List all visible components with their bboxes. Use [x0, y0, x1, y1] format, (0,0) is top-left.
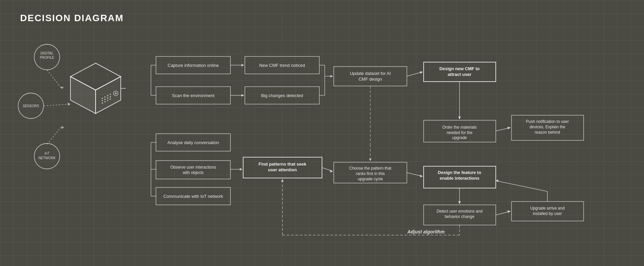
svg-marker-93 [330, 75, 333, 78]
svg-text:ranks first in this: ranks first in this [356, 171, 385, 176]
svg-point-17 [102, 98, 103, 99]
svg-text:NETWORK: NETWORK [38, 156, 56, 160]
svg-point-18 [104, 96, 106, 98]
svg-rect-51 [334, 66, 407, 86]
svg-text:IoT: IoT [45, 151, 50, 155]
svg-marker-121 [496, 179, 498, 182]
svg-text:Push notification to user: Push notification to user [526, 119, 569, 124]
svg-point-28 [110, 98, 111, 100]
svg-marker-86 [241, 64, 244, 66]
svg-text:devices, Explain the: devices, Explain the [530, 125, 566, 129]
svg-marker-15 [70, 77, 96, 114]
svg-text:SENSORS: SENSORS [23, 104, 39, 108]
svg-marker-99 [330, 170, 333, 173]
svg-point-19 [107, 95, 108, 96]
svg-point-30 [115, 92, 117, 94]
svg-point-23 [107, 97, 108, 99]
svg-text:Observe user interactions: Observe user interactions [170, 165, 216, 170]
svg-point-24 [110, 96, 111, 97]
svg-text:upgrade cycle: upgrade cycle [358, 177, 383, 181]
svg-text:Design new CMF to: Design new CMF to [439, 66, 480, 71]
svg-point-21 [102, 100, 103, 101]
svg-point-26 [104, 101, 106, 102]
device-svg [65, 60, 126, 124]
svg-line-120 [496, 181, 547, 191]
svg-point-22 [104, 99, 106, 100]
svg-line-8 [47, 70, 62, 89]
svg-text:reason behind: reason behind [535, 130, 560, 135]
svg-line-12 [47, 126, 62, 144]
svg-marker-107 [458, 201, 461, 204]
svg-marker-88 [241, 94, 244, 97]
diagram-svg: Capture information online Scan the envi… [124, 30, 631, 252]
svg-text:Big changes detected: Big changes detected [261, 93, 303, 98]
svg-text:Analyse daily conversation: Analyse daily conversation [167, 140, 219, 145]
svg-text:enable interactions: enable interactions [440, 176, 479, 181]
svg-marker-113 [281, 179, 284, 182]
svg-point-27 [107, 100, 108, 101]
svg-rect-39 [156, 161, 230, 179]
svg-text:upgrade: upgrade [452, 135, 467, 140]
svg-text:installed by user: installed by user [533, 211, 562, 216]
svg-text:Order the materials: Order the materials [442, 125, 477, 130]
svg-marker-95 [420, 71, 423, 74]
svg-text:Choose the pattern that: Choose the pattern that [349, 166, 391, 171]
svg-line-94 [407, 72, 423, 76]
svg-text:behavior change: behavior change [445, 214, 475, 219]
svg-text:CMF design: CMF design [359, 77, 382, 82]
svg-text:Detect user emotions and: Detect user emotions and [437, 209, 483, 214]
svg-text:with objects: with objects [182, 170, 204, 175]
svg-text:Communicate with IoT network: Communicate with IoT network [163, 194, 223, 199]
svg-text:Update dataset for AI: Update dataset for AI [350, 71, 391, 76]
svg-text:Find patterns that seek: Find patterns that seek [259, 162, 307, 167]
svg-point-25 [102, 102, 103, 104]
svg-marker-13 [61, 126, 64, 129]
svg-marker-97 [240, 168, 242, 171]
svg-text:New CMF trend noticed: New CMF trend noticed [259, 63, 305, 68]
svg-text:Scan the environment: Scan the environment [172, 93, 215, 98]
svg-point-20 [110, 94, 111, 95]
svg-text:Adjust algorithm: Adjust algorithm [407, 229, 444, 234]
svg-text:Design the feature to: Design the feature to [438, 170, 481, 175]
svg-text:DIGITAL: DIGITAL [41, 51, 53, 55]
svg-text:attract user: attract user [448, 72, 472, 77]
svg-text:Capture information online: Capture information online [168, 63, 219, 68]
svg-text:Upgrade arrive and: Upgrade arrive and [530, 206, 565, 211]
svg-text:needed for the: needed for the [446, 130, 473, 135]
svg-marker-103 [458, 117, 461, 119]
svg-text:user attention: user attention [268, 167, 297, 172]
svg-text:PROFILE: PROFILE [40, 56, 54, 59]
page-title: DECISION DIAGRAM [20, 13, 124, 24]
